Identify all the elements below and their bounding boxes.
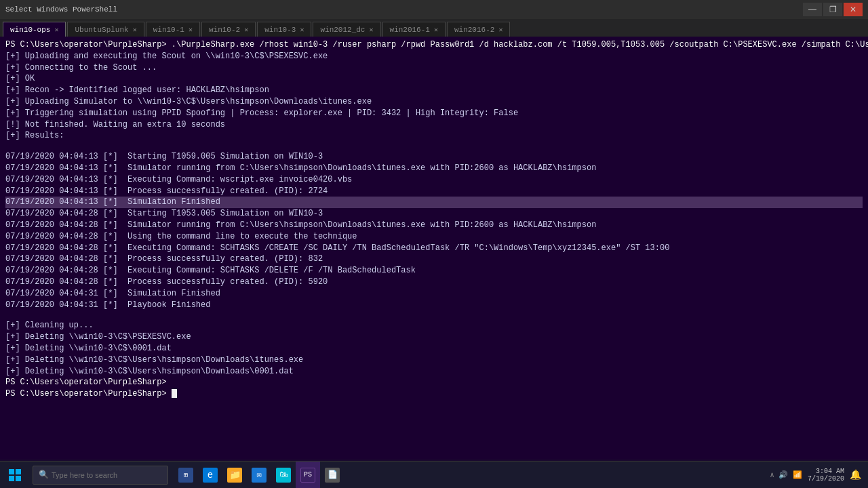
maximize-button[interactable]: ❐	[823, 3, 842, 16]
powershell-icon: PS	[300, 468, 315, 483]
window-title: Select Windows PowerShell	[5, 5, 803, 14]
tab-close-icon[interactable]: ✕	[434, 26, 438, 34]
terminal-line: PS C:\Users\operator\PurpleSharp>	[5, 377, 863, 388]
mail-icon: ✉	[252, 468, 267, 483]
terminal-line: [+] Deleting \\win10-3\C$\Users\hsimpson…	[5, 366, 863, 378]
date-display: 7/19/2020	[808, 475, 844, 483]
taskview-icon: ⊞	[178, 468, 193, 483]
tab-win2016-1[interactable]: win2016-1✕	[382, 22, 446, 37]
tab-ubuntusplunk[interactable]: UbuntuSplunk✕	[67, 22, 144, 37]
terminal-line: 07/19/2020 04:04:31 [*] Playbook Finishe…	[5, 300, 863, 311]
terminal-line: [+] OK	[5, 73, 863, 85]
terminal-line: 07/19/2020 04:04:28 [*] Process successf…	[5, 253, 863, 265]
windows-icon	[8, 468, 22, 482]
terminal-line: [+] Results:	[5, 130, 863, 142]
terminal-line: [+] Deleting \\win10-3\C$\0001.dat	[5, 343, 863, 354]
tab-label: win2016-1	[390, 26, 430, 34]
terminal-line: [+] Connecting to the Scout ...	[5, 62, 863, 74]
terminal-line: PS C:\Users\operator\PurpleSharp>	[5, 388, 863, 400]
terminal-line: 07/19/2020 04:04:28 [*] Starting T1053.0…	[5, 208, 863, 220]
terminal-line: 07/19/2020 04:04:13 [*] Starting T1059.0…	[5, 151, 863, 163]
cursor	[172, 389, 177, 398]
notepad-icon: 📄	[325, 468, 340, 483]
tab-label: win10-3	[264, 26, 296, 34]
edge-icon: e	[203, 468, 218, 483]
window-controls: — ❐ ✕	[803, 3, 863, 16]
tab-win10-3[interactable]: win10-3✕	[257, 22, 311, 37]
terminal-line: 07/19/2020 04:04:28 [*] Using the comman…	[5, 231, 863, 243]
terminal-line: 07/19/2020 04:04:28 [*] Simulator runnin…	[5, 220, 863, 231]
terminal-line: 07/19/2020 04:04:28 [*] Executing Comman…	[5, 243, 863, 254]
tab-win2012-dc[interactable]: win2012_dc✕	[313, 22, 380, 37]
terminal-line: [+] Uploading Simulator to \\win10-3\C$\…	[5, 96, 863, 108]
tab-label: win2012_dc	[320, 26, 365, 34]
tab-bar: win10-ops✕UbuntuSplunk✕win10-1✕win10-2✕w…	[0, 19, 868, 37]
explorer-button[interactable]: 📁	[222, 462, 247, 489]
svg-rect-0	[9, 469, 14, 474]
terminal-line	[5, 310, 863, 320]
svg-rect-1	[16, 469, 21, 474]
tab-win10-2[interactable]: win10-2✕	[201, 22, 256, 37]
edge-button[interactable]: e	[198, 462, 222, 489]
search-icon: 🔍	[39, 470, 49, 480]
notifications-icon[interactable]: 🔔	[850, 469, 861, 481]
terminal-line: [+] Uploading and executing the Scout on…	[5, 51, 863, 62]
tab-label: UbuntuSplunk	[75, 26, 128, 34]
tab-close-icon[interactable]: ✕	[133, 26, 137, 34]
terminal-line: 07/19/2020 04:04:31 [*] Simulation Finis…	[5, 288, 863, 300]
tab-win10-ops[interactable]: win10-ops✕	[3, 22, 66, 37]
tab-close-icon[interactable]: ✕	[498, 26, 502, 34]
svg-rect-2	[9, 476, 14, 481]
title-bar: Select Windows PowerShell — ❐ ✕	[0, 0, 868, 19]
time-display: 3:04 AM	[816, 468, 844, 475]
store-button[interactable]: 🛍	[271, 462, 296, 489]
search-input[interactable]	[52, 471, 153, 479]
terminal-output[interactable]: PS C:\Users\operator\PurpleSharp> .\Purp…	[0, 37, 868, 460]
tab-close-icon[interactable]: ✕	[54, 26, 58, 34]
terminal-line: 07/19/2020 04:04:28 [*] Executing Comman…	[5, 265, 863, 277]
terminal-line: [+] Deleting \\win10-3\C$\PSEXESVC.exe	[5, 331, 863, 343]
tab-close-icon[interactable]: ✕	[300, 26, 304, 34]
start-button[interactable]	[0, 462, 30, 489]
svg-rect-3	[16, 476, 21, 481]
tab-label: win10-1	[153, 26, 184, 34]
terminal-line: 07/19/2020 04:04:13 [*] Executing Comman…	[5, 174, 863, 186]
terminal-line: 07/19/2020 04:04:13 [*] Simulation Finis…	[5, 197, 863, 208]
terminal-line: PS C:\Users\operator\PurpleSharp> .\Purp…	[5, 39, 863, 51]
notepad-button[interactable]: 📄	[320, 462, 344, 489]
tab-label: win10-ops	[10, 26, 50, 34]
terminal-line: 07/19/2020 04:04:28 [*] Process successf…	[5, 277, 863, 288]
system-tray: ∧ 🔊 📶	[770, 470, 802, 479]
powershell-button[interactable]: PS	[296, 462, 320, 489]
search-bar[interactable]: 🔍	[33, 466, 168, 485]
terminal-line: 07/19/2020 04:04:13 [*] Simulator runnin…	[5, 163, 863, 174]
terminal-line: [+] Deleting \\win10-3\C$\Users\hsimpson…	[5, 354, 863, 366]
taskbar-right: ∧ 🔊 📶 3:04 AM 7/19/2020 🔔	[770, 468, 868, 483]
terminal-line: [+] Triggering simulation using PPID Spo…	[5, 108, 863, 119]
tab-label: win10-2	[209, 26, 240, 34]
terminal-line: [+] Recon -> Identified logged user: HAC…	[5, 85, 863, 96]
taskview-button[interactable]: ⊞	[174, 462, 198, 489]
terminal-line: 07/19/2020 04:04:13 [*] Process successf…	[5, 186, 863, 197]
terminal-line: [+] Cleaning up...	[5, 320, 863, 331]
minimize-button[interactable]: —	[803, 3, 822, 16]
terminal-line: [!] Not finished. Waiting an extra 10 se…	[5, 119, 863, 131]
tab-close-icon[interactable]: ✕	[369, 26, 373, 34]
tab-label: win2016-2	[454, 26, 494, 34]
store-icon: 🛍	[276, 468, 291, 483]
explorer-icon: 📁	[227, 468, 242, 483]
tab-close-icon[interactable]: ✕	[244, 26, 248, 34]
clock: 3:04 AM 7/19/2020	[808, 468, 844, 483]
mail-button[interactable]: ✉	[247, 462, 271, 489]
powershell-window: Select Windows PowerShell — ❐ ✕ win10-op…	[0, 0, 868, 460]
tab-win2016-2[interactable]: win2016-2✕	[447, 22, 510, 37]
terminal-line	[5, 142, 863, 151]
taskbar: 🔍 ⊞ e 📁 ✉ 🛍 PS 📄 ∧ 🔊 📶 3:04 AM 7/19/2020	[0, 461, 868, 488]
tab-win10-1[interactable]: win10-1✕	[146, 22, 200, 37]
close-button[interactable]: ✕	[844, 3, 863, 16]
taskbar-apps: ⊞ e 📁 ✉ 🛍 PS 📄	[174, 462, 344, 489]
tab-close-icon[interactable]: ✕	[189, 26, 193, 34]
